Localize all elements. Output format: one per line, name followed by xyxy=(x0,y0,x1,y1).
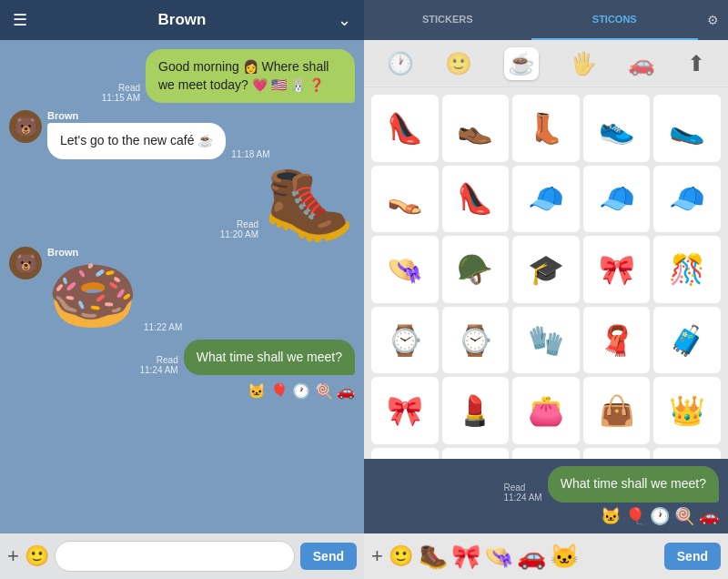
sticker-input-bar: + 🙂 🥾 🎀 👒 🚗 🐱 Send xyxy=(364,533,728,579)
chat-bubble: Good morning 👩 Where shall we meet today… xyxy=(146,49,355,103)
read-label: Read xyxy=(118,83,140,93)
chat-input[interactable] xyxy=(55,541,295,572)
sticker-cell[interactable]: 🧢 xyxy=(653,166,721,233)
avatar: 🐻 xyxy=(9,247,42,279)
preview-area: Read 11:24 AM What time shall we meet? 🐱… xyxy=(364,459,728,533)
tab-sticons[interactable]: STICONS xyxy=(531,0,699,40)
sticker-cell[interactable]: 🧣 xyxy=(583,307,651,374)
sticker-cell[interactable]: 👒 xyxy=(371,236,439,303)
menu-icon[interactable]: ☰ xyxy=(13,10,27,30)
preview-read: Read xyxy=(503,482,525,493)
sticker-cell[interactable]: 🕶 xyxy=(583,448,651,459)
read-label: Read xyxy=(237,219,258,229)
sticker-cell[interactable]: 🎒 xyxy=(442,448,510,459)
message-row: Read 11:24 AM What time shall we meet? xyxy=(9,340,355,376)
sticker-cell[interactable]: 👢 xyxy=(512,95,580,162)
read-label: Read xyxy=(157,355,178,365)
sticker: 🥾 xyxy=(264,167,355,239)
sticker-cell[interactable]: 👟 xyxy=(583,95,651,162)
preview-emojis: 🐱 🎈 🕐 🍭 🚗 xyxy=(373,506,719,526)
cat-up[interactable]: ⬆ xyxy=(687,51,705,76)
sticker-cell[interactable]: 🧤 xyxy=(512,307,580,374)
time-label: 11:24 AM xyxy=(139,365,177,375)
emoji-button[interactable]: 🙂 xyxy=(25,544,49,568)
chat-bubble: What time shall we meet? xyxy=(184,340,355,376)
recent-sticker[interactable]: 🎀 xyxy=(451,543,480,571)
preview-bubble: What time shall we meet? xyxy=(548,466,719,503)
recent-sticker[interactable]: 🚗 xyxy=(517,543,546,571)
plus-button[interactable]: + xyxy=(7,544,19,568)
sender-name: Brown xyxy=(47,110,270,121)
recent-stickers-row: 🥾 🎀 👒 🚗 🐱 xyxy=(419,543,659,571)
sticker-send-button[interactable]: Send xyxy=(664,543,721,570)
message-row: Read 11:15 AM Good morning 👩 Where shall… xyxy=(9,49,355,103)
sticker-cell[interactable]: 🎓 xyxy=(512,236,580,303)
time-label: 11:20 AM xyxy=(220,229,258,239)
sticker-cell[interactable]: 💄 xyxy=(442,377,510,444)
sticker-grid: 👠 👞 👢 👟 🥿 👡 👠 🧢 🧢 🧢 👒 🪖 🎓 🎀 🎊 ⌚ ⌚ 🧤 🧣 🧳 xyxy=(364,87,728,459)
sticker-cell[interactable]: 🧢 xyxy=(583,166,651,233)
sticker-tabs: STICKERS STICONS ⚙ xyxy=(364,0,728,40)
sticker-cell[interactable]: 🎒 xyxy=(512,448,580,459)
recent-sticker[interactable]: 👒 xyxy=(484,543,513,571)
message-row: 🐱 🎈 🕐 🍭 🚗 xyxy=(9,382,355,400)
recent-sticker[interactable]: 🥾 xyxy=(419,543,448,571)
sticker-cell[interactable]: 🥿 xyxy=(653,95,721,162)
chat-messages: Read 11:15 AM Good morning 👩 Where shall… xyxy=(0,40,364,533)
time-label: 11:18 AM xyxy=(231,149,269,159)
sticker-emoji-button[interactable]: 🙂 xyxy=(389,544,413,568)
emoji-row: 🐱 🎈 🕐 🍭 🚗 xyxy=(248,382,355,400)
sticker-cell[interactable]: 🎊 xyxy=(653,236,721,303)
avatar: 🐻 xyxy=(9,110,42,143)
sticker-cell[interactable]: 👠 xyxy=(442,166,510,233)
sticker-cell[interactable]: 🕶 xyxy=(653,448,721,459)
message-row: Read 11:20 AM 🥾 xyxy=(9,167,355,239)
sticker-cell[interactable]: 🪖 xyxy=(442,236,510,303)
message-row: 🐻 Brown Let's go to the new café ☕ 11:18… xyxy=(9,110,355,159)
chevron-icon[interactable]: ⌄ xyxy=(338,10,351,30)
chat-panel: ☰ Brown ⌄ Read 11:15 AM Good morning 👩 W… xyxy=(0,0,364,579)
chat-input-bar: + 🙂 Send xyxy=(0,533,364,579)
message-row: 🐻 Brown 🍩 11:22 AM xyxy=(9,247,355,332)
sticker-cell[interactable]: ⌚ xyxy=(442,307,510,374)
sticker-cell[interactable]: 🧳 xyxy=(653,307,721,374)
send-button[interactable]: Send xyxy=(300,543,357,570)
cat-recent[interactable]: 🕐 xyxy=(387,51,414,76)
sticker-cell[interactable]: 👞 xyxy=(442,95,510,162)
sticker-cell[interactable]: 👛 xyxy=(512,377,580,444)
chat-bubble: Let's go to the new café ☕ xyxy=(47,123,226,159)
settings-icon[interactable]: ⚙ xyxy=(707,13,719,27)
cat-objects[interactable]: ☕ xyxy=(504,47,539,80)
sticker: 🍩 xyxy=(47,259,138,332)
sticker-cell[interactable]: 🧢 xyxy=(512,166,580,233)
chat-title: Brown xyxy=(158,11,207,29)
sticker-cell[interactable]: 👜 xyxy=(371,448,439,459)
sticker-cell[interactable]: 🎀 xyxy=(583,236,651,303)
chat-header: ☰ Brown ⌄ xyxy=(0,0,364,40)
sticker-cell[interactable]: 👑 xyxy=(653,377,721,444)
tab-stickers[interactable]: STICKERS xyxy=(364,0,531,40)
sticker-cell[interactable]: ⌚ xyxy=(371,307,439,374)
time-label: 11:15 AM xyxy=(102,93,140,103)
sticker-cell[interactable]: 👡 xyxy=(371,166,439,233)
sticker-plus-button[interactable]: + xyxy=(371,544,383,568)
sticker-cell[interactable]: 🎀 xyxy=(371,377,439,444)
cat-face[interactable]: 🙂 xyxy=(445,51,472,76)
sticker-panel: STICKERS STICONS ⚙ 🕐 🙂 ☕ 🖐 🚗 ⬆ 👠 👞 👢 👟 🥿… xyxy=(364,0,728,579)
recent-sticker[interactable]: 🐱 xyxy=(550,543,579,571)
sticker-cell[interactable]: 👠 xyxy=(371,95,439,162)
time-label: 11:22 AM xyxy=(144,322,182,332)
cat-hands[interactable]: 🖐 xyxy=(570,51,597,76)
msg-meta: Read 11:15 AM xyxy=(102,83,140,103)
category-bar: 🕐 🙂 ☕ 🖐 🚗 ⬆ xyxy=(364,40,728,87)
sticker-cell[interactable]: 👜 xyxy=(583,377,651,444)
preview-time: 11:24 AM xyxy=(503,493,541,503)
cat-travel[interactable]: 🚗 xyxy=(628,51,655,76)
msg-meta: Read 11:24 AM xyxy=(139,355,177,375)
